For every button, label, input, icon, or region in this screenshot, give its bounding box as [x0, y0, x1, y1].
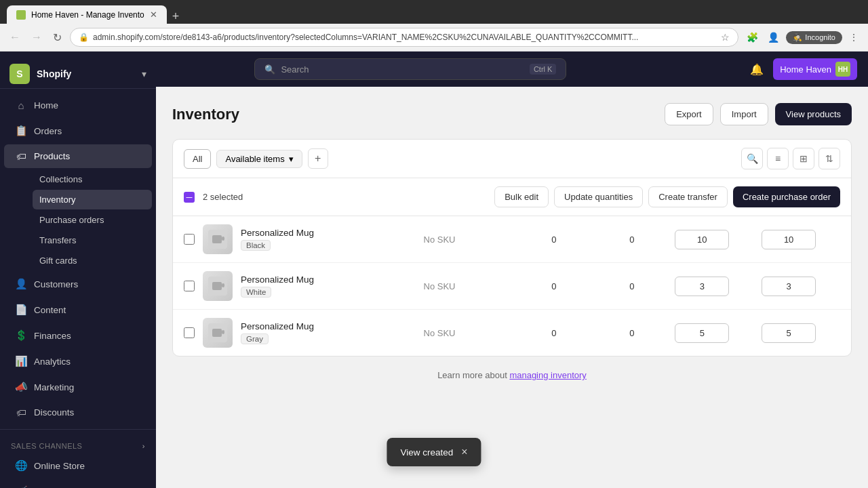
notification-icon[interactable]: 🔔 — [750, 63, 764, 76]
sidebar-item-analytics[interactable]: 📊 Analytics — [4, 349, 152, 373]
customers-icon: 👤 — [15, 278, 27, 290]
qty2-input-2[interactable] — [762, 323, 816, 343]
create-transfer-btn[interactable]: Create transfer — [648, 186, 728, 207]
qty1-input-1[interactable] — [675, 277, 729, 296]
select-all-checkbox[interactable] — [184, 192, 195, 203]
managing-inventory-link[interactable]: managing inventory — [509, 370, 586, 380]
bulk-edit-btn[interactable]: Bulk edit — [494, 186, 549, 207]
sidebar-item-gift-cards[interactable]: Gift cards — [33, 251, 152, 270]
sidebar-label-transfers: Transfers — [39, 235, 76, 245]
address-bar[interactable]: 🔒 admin.shopify.com/store/de8143-a6/prod… — [70, 28, 738, 47]
sidebar-label-finances: Finances — [34, 331, 71, 341]
qty1-input-2[interactable] — [675, 323, 729, 343]
refresh-btn[interactable]: ↻ — [50, 28, 64, 47]
committed-0: 0 — [597, 235, 667, 245]
sku-0: No SKU — [424, 235, 511, 245]
more-options-icon[interactable]: ⋮ — [846, 29, 861, 45]
bookmark-icon[interactable]: ☆ — [721, 32, 730, 43]
profile-icon[interactable]: 👤 — [765, 29, 782, 45]
forward-btn[interactable]: → — [28, 28, 45, 46]
sidebar-item-marketing[interactable]: 📣 Marketing — [4, 375, 152, 399]
selection-bar: 2 selected Bulk edit Update quantities C… — [173, 178, 851, 216]
search-filter-icon[interactable]: 🔍 — [741, 148, 763, 169]
sidebar-label-online-store: Online Store — [34, 461, 85, 471]
product-variant-1: White — [241, 287, 271, 298]
top-bar: 🔍 Search Ctrl K 🔔 Home Haven HH — [156, 52, 868, 87]
sidebar-item-content[interactable]: 📄 Content — [4, 298, 152, 322]
home-icon: ⌂ — [15, 100, 27, 111]
incognito-badge: 🕵 Incognito — [786, 31, 842, 44]
sku-2: No SKU — [424, 328, 511, 338]
sidebar-item-products[interactable]: 🏷 Products — [4, 144, 152, 168]
sidebar-item-collections[interactable]: Collections — [33, 169, 152, 189]
unavailable-2: 0 — [519, 328, 589, 338]
qty2-input-1[interactable] — [762, 277, 816, 296]
product-info-2: Personalized Mug Gray — [241, 321, 416, 344]
sidebar-item-purchase-orders[interactable]: Purchase orders — [33, 210, 152, 230]
pos-icon: 🛒 — [15, 485, 27, 488]
product-name-0: Personalized Mug — [241, 228, 416, 238]
search-container[interactable]: 🔍 Search Ctrl K — [254, 58, 566, 80]
sort-icon[interactable]: ⇅ — [818, 148, 840, 169]
sidebar-item-home[interactable]: ⌂ Home — [4, 94, 152, 117]
sidebar-toggle[interactable]: ▾ — [142, 68, 146, 79]
committed-2: 0 — [597, 328, 667, 338]
filter-add-btn[interactable]: + — [308, 148, 328, 169]
filter-chevron-icon: ▾ — [289, 154, 294, 164]
page-title: Inventory — [172, 106, 239, 123]
content-icon: 📄 — [15, 304, 27, 316]
new-tab-btn[interactable]: + — [167, 9, 185, 24]
sidebar-item-inventory[interactable]: Inventory — [33, 190, 152, 209]
active-tab[interactable]: Home Haven - Manage Invento ✕ — [7, 5, 167, 24]
update-quantities-btn[interactable]: Update quantities — [554, 186, 643, 207]
table-actions: Bulk edit Update quantities Create trans… — [494, 186, 840, 207]
unavailable-0: 0 — [519, 235, 589, 245]
store-badge[interactable]: Home Haven HH — [773, 58, 857, 80]
svg-rect-5 — [222, 283, 224, 287]
row-checkbox-0[interactable] — [184, 234, 195, 245]
product-name-1: Personalized Mug — [241, 274, 416, 285]
create-po-btn[interactable]: Create purchase order — [733, 186, 840, 207]
filter-bar: All Available items ▾ + 🔍 ≡ ⊞ ⇅ — [173, 140, 851, 178]
sidebar-item-orders[interactable]: 📋 Orders — [4, 119, 152, 143]
back-btn[interactable]: ← — [7, 28, 23, 46]
sidebar-item-customers[interactable]: 👤 Customers — [4, 272, 152, 296]
sidebar-item-finances[interactable]: 💲 Finances — [4, 323, 152, 348]
sidebar-label-discounts: Discounts — [34, 407, 74, 418]
filter-all-btn[interactable]: All — [184, 149, 211, 169]
main-area: 🔍 Search Ctrl K 🔔 Home Haven HH Inventor… — [156, 52, 868, 488]
expand-icon[interactable]: › — [142, 442, 145, 450]
sidebar-item-online-store[interactable]: 🌐 Online Store — [4, 453, 152, 478]
online-store-icon: 🌐 — [15, 460, 27, 472]
row-checkbox-2[interactable] — [184, 327, 195, 338]
qty1-input-0[interactable] — [675, 230, 729, 249]
qty2-input-0[interactable] — [762, 230, 816, 249]
export-btn[interactable]: Export — [665, 103, 713, 125]
search-placeholder-text: Search — [281, 64, 524, 75]
products-submenu: Collections Inventory Purchase orders Tr… — [0, 169, 156, 271]
import-btn[interactable]: Import — [720, 103, 768, 125]
sidebar-item-discounts[interactable]: 🏷 Discounts — [4, 401, 152, 424]
tab-close-btn[interactable]: ✕ — [150, 9, 157, 20]
filter-available-tag[interactable]: Available items ▾ — [216, 150, 302, 168]
sidebar-label-orders: Orders — [34, 126, 62, 136]
toast-close-btn[interactable]: × — [461, 446, 467, 458]
grid-view-icon[interactable]: ⊞ — [793, 148, 814, 169]
sidebar-label-products: Products — [34, 151, 70, 161]
url-text: admin.shopify.com/store/de8143-a6/produc… — [93, 33, 717, 42]
row-checkbox-1[interactable] — [184, 281, 195, 291]
sidebar: S Shopify ▾ ⌂ Home 📋 Orders 🏷 Products C… — [0, 52, 156, 488]
view-products-btn[interactable]: View products — [775, 103, 852, 125]
tab-bar: Home Haven - Manage Invento ✕ + — [7, 5, 861, 24]
column-filter-icon[interactable]: ≡ — [767, 148, 789, 169]
logo-text: Shopify — [37, 68, 71, 79]
extensions-icon[interactable]: 🧩 — [744, 29, 761, 45]
product-thumbnail-2 — [203, 318, 233, 348]
discounts-icon: 🏷 — [15, 407, 27, 418]
analytics-icon: 📊 — [15, 355, 27, 367]
sidebar-item-transfers[interactable]: Transfers — [33, 230, 152, 250]
qty2-cell-2 — [762, 323, 840, 343]
tab-favicon — [16, 10, 26, 20]
header-actions: Export Import View products — [665, 103, 852, 125]
sidebar-item-point-of-sale[interactable]: 🛒 Point of Sale — [4, 479, 152, 488]
